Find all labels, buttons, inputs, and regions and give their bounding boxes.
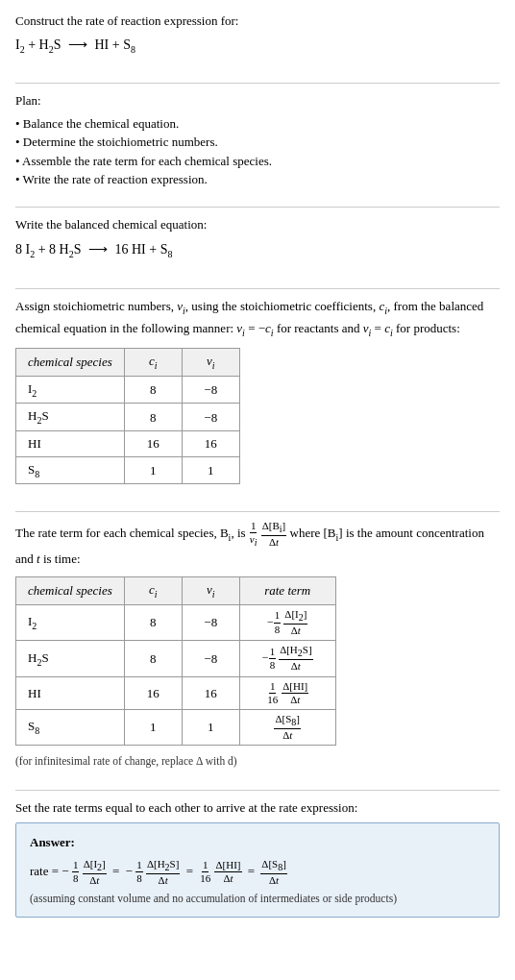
balanced-equation: 8 I2 + 8 H2S ⟶ 16 HI + S8 bbox=[15, 239, 500, 261]
stoich-ci-h2s: 8 bbox=[124, 404, 182, 431]
balanced-label: Write the balanced chemical equation: bbox=[15, 215, 500, 234]
rate-term-hi: 116 Δ[HI]Δt bbox=[239, 676, 335, 709]
stoich-ci-i2: 8 bbox=[124, 376, 182, 404]
plan-item-3: • Assemble the rate term for each chemic… bbox=[15, 152, 500, 171]
stoich-vi-h2s: −8 bbox=[182, 404, 239, 431]
stoich-species-s8: S8 bbox=[16, 456, 125, 484]
rate-term-i2: −18 Δ[I2]Δt bbox=[239, 604, 335, 640]
stoich-ci-s8: 1 bbox=[124, 456, 182, 484]
header-section: Construct the rate of reaction expressio… bbox=[15, 12, 500, 73]
rate-species-i2: I2 bbox=[16, 604, 125, 640]
rate-header-species: chemical species bbox=[16, 577, 125, 605]
rate-note: (for infinitesimal rate of change, repla… bbox=[15, 753, 500, 770]
rate-ci-s8: 1 bbox=[124, 710, 182, 746]
stoich-species-hi: HI bbox=[16, 431, 125, 457]
answer-note: (assuming constant volume and no accumul… bbox=[30, 891, 485, 907]
stoich-vi-hi: 16 bbox=[182, 431, 239, 457]
table-row: H2S 8 −8 −18 Δ[H2S]Δt bbox=[16, 641, 336, 676]
divider-3 bbox=[15, 288, 500, 289]
stoich-section: Assign stoichiometric numbers, νi, using… bbox=[15, 297, 500, 502]
rate-vi-hi: 16 bbox=[182, 676, 239, 709]
balanced-section: Write the balanced chemical equation: 8 … bbox=[15, 215, 500, 279]
plan-title: Plan: bbox=[15, 91, 500, 110]
rate-vi-s8: 1 bbox=[182, 710, 239, 746]
table-row: S8 1 1 Δ[S8]Δt bbox=[16, 710, 336, 746]
rate-table: chemical species ci νi rate term I2 8 −8… bbox=[15, 576, 336, 746]
stoich-vi-i2: −8 bbox=[182, 376, 239, 404]
rate-vi-i2: −8 bbox=[182, 604, 239, 640]
original-reaction: I2 + H2S ⟶ HI + S8 bbox=[15, 35, 500, 57]
rate-ci-hi: 16 bbox=[124, 676, 182, 709]
stoich-ci-hi: 16 bbox=[124, 431, 182, 457]
rate-term-h2s: −18 Δ[H2S]Δt bbox=[239, 641, 335, 676]
stoich-table: chemical species ci νi I2 8 −8 H2S 8 −8 … bbox=[15, 348, 240, 484]
construct-label: Construct the rate of reaction expressio… bbox=[15, 12, 500, 31]
answer-equation: rate = − 18 Δ[I2]Δt = − 18 Δ[H2S]Δt = 11… bbox=[30, 858, 485, 887]
divider-5 bbox=[15, 790, 500, 791]
plan-section: Plan: • Balance the chemical equation. •… bbox=[15, 91, 500, 199]
rate-term-s8: Δ[S8]Δt bbox=[239, 710, 335, 746]
divider-4 bbox=[15, 511, 500, 512]
rate-header-term: rate term bbox=[239, 577, 335, 605]
rate-ci-h2s: 8 bbox=[124, 641, 182, 676]
rate-intro: The rate term for each chemical species,… bbox=[15, 520, 500, 569]
table-row: S8 1 1 bbox=[16, 456, 240, 484]
rate-header-ci: ci bbox=[124, 577, 182, 605]
answer-label: Answer: bbox=[30, 833, 485, 852]
plan-item-2: • Determine the stoichiometric numbers. bbox=[15, 133, 500, 152]
stoich-vi-s8: 1 bbox=[182, 456, 239, 484]
table-row: H2S 8 −8 bbox=[16, 404, 240, 431]
table-row: I2 8 −8 bbox=[16, 376, 240, 404]
stoich-species-i2: I2 bbox=[16, 376, 125, 404]
rate-species-s8: S8 bbox=[16, 710, 125, 746]
table-row: HI 16 16 116 Δ[HI]Δt bbox=[16, 676, 336, 709]
divider-1 bbox=[15, 83, 500, 84]
answer-box: Answer: rate = − 18 Δ[I2]Δt = − 18 Δ[H2S… bbox=[15, 822, 500, 918]
rate-vi-h2s: −8 bbox=[182, 641, 239, 676]
rate-species-hi: HI bbox=[16, 676, 125, 709]
stoich-header-vi: νi bbox=[182, 349, 239, 377]
rate-term-section: The rate term for each chemical species,… bbox=[15, 520, 500, 780]
stoich-header-species: chemical species bbox=[16, 349, 125, 377]
rate-ci-i2: 8 bbox=[124, 604, 182, 640]
plan-item-1: • Balance the chemical equation. bbox=[15, 114, 500, 134]
set-text: Set the rate terms equal to each other t… bbox=[15, 798, 500, 818]
table-row: I2 8 −8 −18 Δ[I2]Δt bbox=[16, 604, 336, 640]
stoich-header-ci: ci bbox=[124, 349, 182, 377]
answer-section: Set the rate terms equal to each other t… bbox=[15, 798, 500, 928]
table-row: HI 16 16 bbox=[16, 431, 240, 457]
assign-text: Assign stoichiometric numbers, νi, using… bbox=[15, 297, 500, 340]
plan-item-4: • Write the rate of reaction expression. bbox=[15, 170, 500, 189]
stoich-species-h2s: H2S bbox=[16, 404, 125, 431]
divider-2 bbox=[15, 207, 500, 208]
rate-header-vi: νi bbox=[182, 577, 239, 605]
rate-species-h2s: H2S bbox=[16, 641, 125, 676]
